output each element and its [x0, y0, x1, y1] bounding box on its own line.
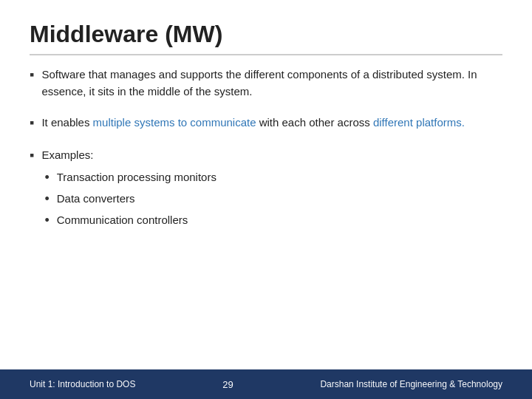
sub-item-label-2: Data converters: [57, 190, 135, 207]
bullet-text-3: Examples: • Transaction processing monit…: [41, 146, 502, 233]
slide-title: Middleware (MW): [30, 21, 502, 55]
footer-left: Unit 1: Introduction to DOS: [30, 379, 135, 389]
bullet2-highlight1: multiple systems to communicate: [93, 116, 256, 129]
sub-bullet-symbol-2: •: [44, 190, 49, 208]
bullet2-highlight2: different platforms.: [373, 116, 465, 129]
sub-item-label-1: Transaction processing monitors: [57, 168, 216, 185]
slide-footer: Unit 1: Introduction to DOS 29 Darshan I…: [0, 369, 532, 399]
bullet-list: ▪ Software that manages and supports the…: [30, 66, 502, 233]
bullet-item-1: ▪ Software that manages and supports the…: [30, 66, 502, 100]
bullet-item-3: ▪ Examples: • Transaction processing mon…: [30, 146, 502, 233]
sub-item-1: • Transaction processing monitors: [44, 168, 502, 187]
bullet-symbol-1: ▪: [30, 65, 34, 86]
sub-item-2: • Data converters: [44, 190, 502, 208]
slide-container: Middleware (MW) ▪ Software that manages …: [0, 0, 532, 399]
bullet-symbol-3: ▪: [30, 146, 34, 166]
bullet2-before: It enables: [41, 116, 92, 129]
sub-bullet-list: • Transaction processing monitors • Data…: [44, 168, 502, 231]
sub-item-label-3: Communication controllers: [57, 211, 188, 228]
bullet-symbol-2: ▪: [30, 113, 34, 134]
sub-bullet-symbol-3: •: [44, 211, 49, 230]
bullet3-label: Examples:: [41, 149, 93, 161]
bullet-item-2: ▪ It enables multiple systems to communi…: [30, 114, 502, 134]
bullet-text-2: It enables multiple systems to communica…: [41, 114, 502, 131]
bullet-text-1: Software that manages and supports the d…: [41, 66, 502, 100]
footer-right: Darshan Institute of Engineering & Techn…: [320, 379, 502, 389]
slide-content: Middleware (MW) ▪ Software that manages …: [0, 0, 532, 369]
footer-center: 29: [222, 379, 233, 390]
sub-bullet-symbol-1: •: [44, 168, 49, 187]
bullet2-middle: with each other across: [256, 116, 373, 129]
sub-item-3: • Communication controllers: [44, 211, 502, 230]
